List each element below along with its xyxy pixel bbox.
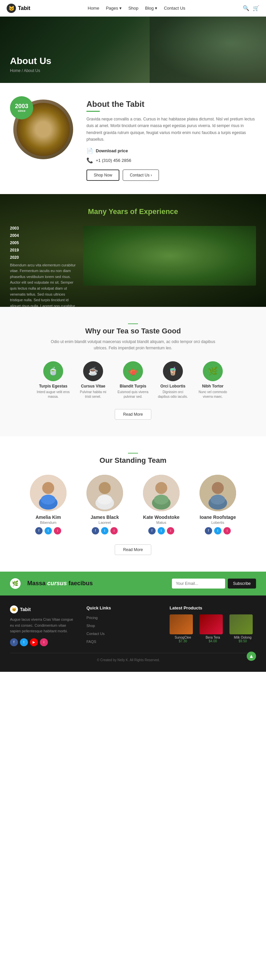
cursus-icon: ☕ <box>83 361 103 381</box>
footer-product-1: SunogClee $7.30 <box>170 614 196 643</box>
about-image-column: 2003 since <box>10 100 77 159</box>
turpis-desc: Interd augue velit eros massa. <box>37 390 70 399</box>
product-1-price: $7.30 <box>170 639 196 643</box>
footer-product-2: Bera Tera $4.00 <box>200 614 226 643</box>
hero-title: About Us <box>10 56 51 66</box>
nav-home[interactable]: Home <box>88 6 99 11</box>
kate-photo <box>143 475 179 511</box>
footer-instagram[interactable]: i <box>40 638 48 646</box>
svg-point-13 <box>212 482 224 494</box>
why-section: Why our Tea so Taste Good Odio ut enim b… <box>0 307 266 436</box>
nav-blog[interactable]: Blog ▾ <box>145 6 157 11</box>
ioane-photo <box>200 475 236 511</box>
kate-instagram[interactable]: i <box>167 527 174 535</box>
breadcrumb-current: About Us <box>24 68 40 73</box>
kate-avatar <box>143 475 179 511</box>
team-member-amelia: Amelia Kim Bibendum f t i <box>23 475 73 535</box>
why-description: Odio ut enim blandit volutpat maecenas v… <box>50 339 216 351</box>
amelia-instagram[interactable]: i <box>54 527 61 535</box>
download-label[interactable]: Download price <box>96 148 128 153</box>
phone-number[interactable]: +1 (310) 456 2856 <box>96 158 131 163</box>
shop-now-button[interactable]: Shop Now <box>87 170 119 181</box>
nav-shop[interactable]: Shop <box>128 6 138 11</box>
product-3-name: Milk Oolong <box>229 636 256 639</box>
footer-grid: 🐱 Tabit Augue lacus viverra Cras Vitae c… <box>10 605 256 646</box>
logo[interactable]: 🐱 Tabit <box>6 4 30 13</box>
newsletter-text-dark: faecibus <box>67 580 93 587</box>
footer-links-list: Pricing Shop Contact Us FAQS <box>87 614 160 644</box>
hero-section: About Us Home / About Us <box>0 17 266 83</box>
why-item-blandit: 🫖 Blandit Turpis Euismod quis viverra pu… <box>116 361 150 399</box>
footer-product-list: SunogClee $7.30 Bera Tera $4.00 Milk Ool… <box>170 614 256 643</box>
product-1-name: SunogClee <box>170 636 196 639</box>
ioane-name: Ioane Roofstage <box>193 515 243 520</box>
cursus-label: Cursus Vitae <box>77 384 110 388</box>
contact-us-button[interactable]: Contact Us › <box>123 170 159 181</box>
footer-brand: 🐱 Tabit Augue lacus viverra Cras Vitae c… <box>10 605 77 646</box>
footer-youtube[interactable]: ▶ <box>30 638 38 646</box>
amelia-facebook[interactable]: f <box>35 527 43 535</box>
about-phone-row: 📞 +1 (310) 456 2856 <box>87 157 256 164</box>
why-icons-list: 🍵 Turpis Egestas Interd augue velit eros… <box>10 361 256 399</box>
why-read-more-button[interactable]: Read More <box>115 409 151 420</box>
ioane-instagram[interactable]: i <box>223 527 231 535</box>
scroll-top-button[interactable]: ▲ <box>247 652 256 661</box>
kate-socials: f t i <box>136 527 186 535</box>
hero-decoration <box>150 17 266 83</box>
svg-point-11 <box>154 495 168 504</box>
product-2-name: Bera Tera <box>200 636 226 639</box>
blandit-label: Blandit Turpis <box>116 384 150 388</box>
newsletter-email-input[interactable] <box>172 579 225 589</box>
footer-facebook[interactable]: f <box>10 638 18 646</box>
amelia-avatar <box>30 475 66 511</box>
james-twitter[interactable]: t <box>101 527 108 535</box>
footer-logo-text: Tabit <box>20 607 30 612</box>
product-1-image <box>170 614 193 634</box>
footer-copyright: © Created by Nelly K. All Rights Reserve… <box>10 658 256 662</box>
footer-quick-links: Quick Links Pricing Shop Contact Us FAQS <box>87 605 160 646</box>
nav-contact[interactable]: Contact Us <box>164 6 185 11</box>
footer-twitter[interactable]: t <box>20 638 28 646</box>
team-section: Our Standing Team Amelia Kim Bibendum f … <box>0 436 266 572</box>
phone-icon: 📞 <box>87 157 93 164</box>
footer-link-faqs: FAQS <box>87 638 160 644</box>
james-facebook[interactable]: f <box>92 527 99 535</box>
newsletter-form: Subscribe <box>172 579 256 589</box>
navbar-icons: 🔍 🛒 <box>243 5 260 11</box>
kate-facebook[interactable]: f <box>148 527 155 535</box>
team-read-more-button[interactable]: Read More <box>115 544 151 555</box>
about-body: Gravida neque convallis a cras. Cursus i… <box>87 116 256 143</box>
logo-text: Tabit <box>18 5 30 11</box>
james-avatar <box>87 475 123 511</box>
amelia-socials: f t i <box>23 527 73 535</box>
footer-logo-icon: 🐱 <box>10 605 18 613</box>
turpis-icon: 🍵 <box>43 361 63 381</box>
search-icon[interactable]: 🔍 <box>243 5 249 11</box>
james-instagram[interactable]: i <box>111 527 118 535</box>
newsletter-logo-icon: 🌿 <box>10 578 21 589</box>
team-member-kate: Kate Woodstoke Matus f t i <box>136 475 186 535</box>
product-2-image <box>200 614 223 634</box>
why-item-nibh: 🌿 Nibh Tortor Nunc vel commodo viverra m… <box>196 361 229 399</box>
hero-content: About Us Home / About Us <box>0 49 61 83</box>
about-buttons: Shop Now Contact Us › <box>87 170 256 181</box>
ioane-facebook[interactable]: f <box>205 527 212 535</box>
year-2005: 2005 <box>10 240 77 245</box>
why-item-cursus: ☕ Cursus Vitae Pulvinar habita mi tristi… <box>77 361 110 399</box>
navbar-nav: Home Pages ▾ Shop Blog ▾ Contact Us <box>88 6 186 11</box>
cart-icon[interactable]: 🛒 <box>253 5 260 11</box>
newsletter-subscribe-button[interactable]: Subscribe <box>228 579 256 589</box>
svg-point-3 <box>41 495 56 504</box>
ioane-avatar <box>200 475 236 511</box>
ioane-twitter[interactable]: t <box>214 527 221 535</box>
breadcrumb-home[interactable]: Home <box>10 68 21 73</box>
nav-pages[interactable]: Pages ▾ <box>106 6 122 11</box>
amelia-twitter[interactable]: t <box>45 527 52 535</box>
year-number: 2003 <box>15 103 28 109</box>
footer-logo: 🐱 Tabit <box>10 605 77 613</box>
james-role: Laoreet <box>80 520 130 525</box>
kate-twitter[interactable]: t <box>158 527 165 535</box>
product-3-price: $9.50 <box>229 639 256 643</box>
blandit-desc: Euismod quis viverra pulvinar sed. <box>116 390 150 399</box>
experience-timeline: 2003 2004 2005 2019 2020 Bibendum arcu v… <box>10 226 77 307</box>
